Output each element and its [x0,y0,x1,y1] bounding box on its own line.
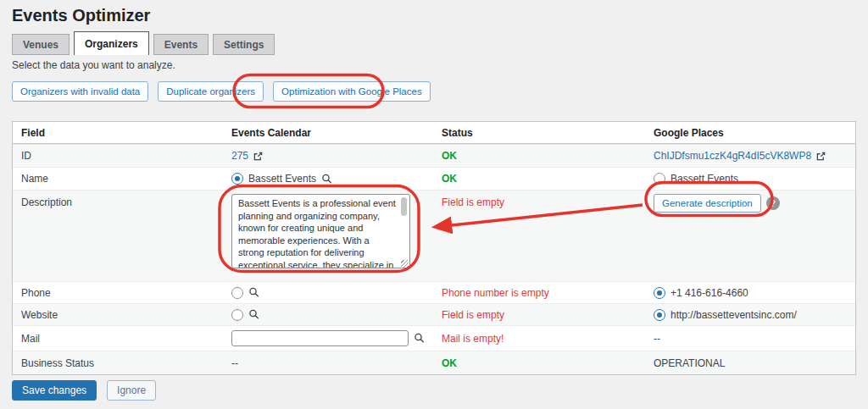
table-row-mail: Mail Mail is empty! -- [13,325,855,351]
field-label: Phone [13,287,223,299]
table-row-business-status: Business Status -- OK OPERATIONAL [13,351,855,374]
gp-mail-value: -- [645,333,855,345]
table-header-row: Field Events Calendar Status Google Plac… [13,122,855,144]
header-field: Field [13,127,223,139]
footer-actions: Save changes Ignore [12,380,156,401]
description-textarea-wrap: Bassett Events is a professional event p… [231,194,410,271]
duplicate-organizers-button[interactable]: Duplicate organizers [158,81,264,102]
status-error: Phone number is empty [433,287,645,299]
table-row-website: Website Field is empty http://bassetteve… [13,303,855,325]
ec-name-radio[interactable] [231,173,243,185]
ec-phone-radio[interactable] [231,287,243,299]
gp-name-radio[interactable] [654,173,665,185]
ec-id-link[interactable]: 275 [231,150,248,162]
gp-name-value: Bassett Events [670,173,738,185]
gp-place-id-link[interactable]: ChIJDfsmu1czK4gR4dI5cVK8WP8 [654,150,811,162]
table-row-description: Description Bassett Events is a professi… [13,190,855,281]
ignore-button[interactable]: Ignore [107,380,156,401]
search-icon[interactable] [414,333,425,344]
table-row-id: ID 275 OK ChIJDfsmu1czK4gR4dI5cVK8WP8 [13,144,855,167]
textarea-scrollbar-thumb[interactable] [401,197,407,216]
status-ok: OK [433,357,645,369]
field-label: Description [13,191,223,208]
ec-business-status-value: -- [223,357,433,369]
field-label: Name [13,173,223,185]
status-error: Mail is empty! [433,333,645,345]
textarea-resize-grip[interactable] [401,260,409,268]
gp-phone-radio[interactable] [654,287,665,299]
status-error: Field is empty [433,191,645,208]
save-changes-button[interactable]: Save changes [12,380,97,401]
organizers-invalid-data-button[interactable]: Organizers with invalid data [12,81,148,102]
table-row-name: Name Bassett Events OK Bassett Events [13,167,855,190]
status-ok: OK [433,173,645,185]
description-textarea[interactable]: Bassett Events is a professional event p… [231,194,410,268]
header-google-places: Google Places [645,127,855,139]
tab-venues[interactable]: Venues [12,34,70,55]
status-error: Field is empty [433,309,645,321]
tab-bar: Venues Organizers Events Settings [12,31,279,55]
help-icon[interactable]: ? [766,196,780,210]
comparison-table: Field Events Calendar Status Google Plac… [12,121,856,375]
tab-settings[interactable]: Settings [213,34,275,55]
field-label: Business Status [13,357,223,369]
generate-description-button[interactable]: Generate description [654,194,761,213]
table-row-phone: Phone Phone number is empty +1 416-616-4… [13,281,855,303]
search-icon[interactable] [248,287,259,298]
tab-events[interactable]: Events [153,34,209,55]
external-link-icon[interactable] [816,152,826,161]
status-ok: OK [433,150,645,162]
field-label: ID [13,150,223,162]
instruction-text: Select the data you want to analyze. [12,59,175,71]
header-events-calendar: Events Calendar [223,127,433,139]
field-label: Website [13,309,223,321]
external-link-icon[interactable] [253,152,263,161]
ec-website-radio[interactable] [231,309,243,321]
gp-website-value: http://bassetteventsinc.com/ [670,309,797,321]
field-label: Mail [13,333,223,345]
header-status: Status [433,127,645,139]
search-icon[interactable] [248,309,259,320]
gp-business-status-value: OPERATIONAL [645,357,855,369]
tab-organizers[interactable]: Organizers [74,31,149,55]
ec-name-value: Bassett Events [248,173,316,185]
gp-website-radio[interactable] [654,309,665,321]
mail-input[interactable] [231,330,409,346]
gp-phone-value: +1 416-616-4660 [670,287,748,299]
page-title: Events Optimizer [12,6,150,25]
action-button-row: Organizers with invalid data Duplicate o… [12,81,431,102]
search-icon[interactable] [321,174,332,185]
optimization-google-places-button[interactable]: Optimization with Google Places [273,81,431,102]
